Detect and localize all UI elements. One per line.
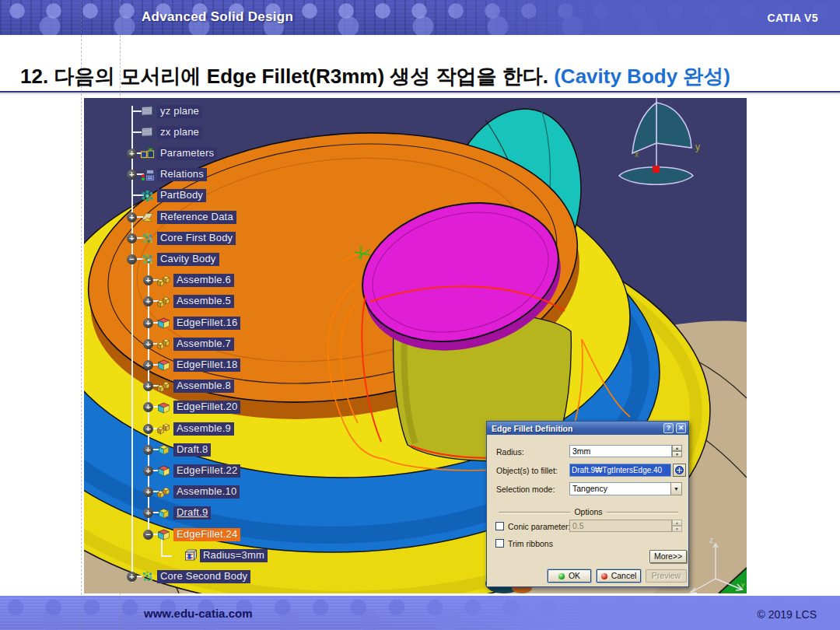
tree-item-core-first-body[interactable]: +Core First Body <box>127 231 236 246</box>
title-rule-light <box>0 93 840 94</box>
assemble-icon <box>156 380 171 393</box>
expand-icon[interactable]: + <box>127 212 137 222</box>
radius-input[interactable]: 3mm <box>569 445 672 457</box>
conic-label: Conic parameter: <box>508 522 571 531</box>
triad-y-label: y <box>741 581 744 588</box>
tree-item-label[interactable]: Assemble.6 <box>173 274 234 287</box>
expand-icon[interactable]: + <box>143 424 153 434</box>
tree-item-assemble-7[interactable]: +Assemble.7 <box>143 337 234 352</box>
tree-item-label[interactable]: EdgeFillet.22 <box>173 464 240 478</box>
tree-item-label[interactable]: Assemble.5 <box>173 295 234 308</box>
conic-checkbox[interactable] <box>495 522 504 530</box>
chevron-down-icon[interactable]: ▼ <box>670 482 682 495</box>
ok-button[interactable]: OK <box>548 569 591 583</box>
radius-label: Radius: <box>496 447 524 457</box>
fillet-icon <box>156 464 171 477</box>
expand-icon[interactable]: + <box>143 318 153 328</box>
website-link[interactable]: www.edu-catia.com <box>144 607 252 620</box>
tree-item-edgefillet-22[interactable]: +EdgeFillet.22 <box>143 464 240 478</box>
expand-icon[interactable]: + <box>143 360 153 370</box>
expand-icon[interactable]: + <box>143 402 153 412</box>
tree-item-draft-9[interactable]: +Draft.9 <box>143 506 211 520</box>
help-button[interactable]: ? <box>663 423 674 433</box>
plane-icon <box>140 105 155 117</box>
radius-spinner[interactable]: ▲▼ <box>672 445 682 457</box>
expand-icon[interactable]: + <box>143 339 153 349</box>
tree-item-core-second-body[interactable]: +Core Second Body <box>127 569 250 584</box>
dialog-titlebar[interactable]: Edge Fillet Definition ? ✕ <box>487 422 688 435</box>
tree-item-label[interactable]: EdgeFillet.16 <box>173 317 240 330</box>
tree-item-label[interactable]: EdgeFillet.24 <box>173 528 240 541</box>
tree-item-relations[interactable]: +Relations <box>127 167 207 182</box>
tree-item-edgefillet-24[interactable]: −EdgeFillet.24 <box>143 527 240 542</box>
assemble-icon <box>156 275 171 287</box>
edge-fillet-dialog[interactable]: Edge Fillet Definition ? ✕ Radius: 3mm ▲… <box>486 421 689 587</box>
options-label: Options <box>574 507 602 516</box>
tree-item-parameters[interactable]: +Parameters <box>127 146 217 161</box>
tree-item-label[interactable]: zx plane <box>157 126 202 139</box>
tree-item-zx-plane[interactable]: zx plane <box>127 125 202 140</box>
tree-item-label[interactable]: Assemble.10 <box>173 485 240 499</box>
tree-item-label[interactable]: Draft.9 <box>173 506 211 520</box>
expand-icon[interactable]: + <box>143 445 153 455</box>
expand-icon[interactable]: + <box>127 149 137 159</box>
draft-icon <box>156 507 171 520</box>
tree-item-edgefillet-18[interactable]: +EdgeFillet.18 <box>143 358 240 373</box>
refdata-icon <box>140 211 155 223</box>
tree-item-assemble-5[interactable]: +Assemble.5 <box>143 294 234 309</box>
expand-icon[interactable]: + <box>143 466 153 476</box>
compass-y-label: y <box>695 142 700 152</box>
tree-item-edgefillet-20[interactable]: +EdgeFillet.20 <box>143 400 240 415</box>
expand-icon[interactable]: + <box>143 275 153 285</box>
tree-item-label[interactable]: Core First Body <box>157 232 236 245</box>
tree-item-assemble-6[interactable]: +Assemble.6 <box>143 273 234 288</box>
expand-icon[interactable]: + <box>143 508 153 518</box>
expand-icon[interactable]: + <box>127 572 137 582</box>
tree-item-assemble-9[interactable]: +Assemble.9 <box>143 422 234 436</box>
more-button[interactable]: More>> <box>649 550 687 563</box>
tree-item-label[interactable]: Assemble.9 <box>173 422 234 436</box>
tree-item-partbody[interactable]: PartBody <box>127 188 206 203</box>
tree-item-label[interactable]: Core Second Body <box>157 570 250 583</box>
tree-item-draft-8[interactable]: +Draft.8 <box>143 443 211 457</box>
tree-item-edgefillet-16[interactable]: +EdgeFillet.16 <box>143 316 240 331</box>
tree-item-assemble-10[interactable]: +Assemble.10 <box>143 485 240 499</box>
expand-icon[interactable]: + <box>127 170 137 180</box>
compass-origin[interactable] <box>653 166 660 173</box>
catia-viewport[interactable]: z x y y x yz planezx plane+Parameters+Re… <box>84 98 747 593</box>
tree-item-label[interactable]: EdgeFillet.20 <box>173 401 240 414</box>
tree-item-label[interactable]: Assemble.8 <box>173 380 234 393</box>
expand-icon[interactable]: + <box>127 233 137 243</box>
object-input[interactable]: Draft.9₩TgtIntersEdge.40 <box>569 464 671 477</box>
tree-item-label[interactable]: EdgeFillet.18 <box>173 359 240 372</box>
tree-item-label[interactable]: Draft.8 <box>173 443 211 457</box>
expand-icon[interactable]: + <box>143 487 153 497</box>
course-title: Advanced Solid Design <box>142 9 293 25</box>
tree-item-label[interactable]: Cavity Body <box>157 253 219 266</box>
cancel-button[interactable]: Cancel <box>597 569 641 583</box>
expand-icon[interactable]: + <box>143 296 153 306</box>
tree-item-label[interactable]: Reference Data <box>157 211 236 224</box>
tree-item-yz-plane[interactable]: yz plane <box>127 104 202 119</box>
tree-item-assemble-8[interactable]: +Assemble.8 <box>143 379 234 394</box>
conic-spinner: ▲▼ <box>672 520 682 532</box>
draft-icon <box>156 443 171 456</box>
tree-item-label[interactable]: Radius=3mm <box>200 549 268 562</box>
tree-item-label[interactable]: PartBody <box>157 189 206 202</box>
tree-item-reference-data[interactable]: +Reference Data <box>127 210 236 225</box>
tree-item-label[interactable]: Parameters <box>157 147 217 160</box>
close-button[interactable]: ✕ <box>676 423 686 433</box>
tree-item-cavity-body[interactable]: −Cavity Body <box>127 252 219 267</box>
feature-tree[interactable]: yz planezx plane+Parameters+RelationsPar… <box>84 98 411 593</box>
tree-item-radius-3mm[interactable]: Radius=3mm <box>170 548 268 563</box>
slide-guide-left <box>81 0 82 630</box>
tree-item-label[interactable]: yz plane <box>157 105 202 118</box>
tree-item-label[interactable]: Assemble.7 <box>173 338 234 351</box>
expand-icon[interactable]: + <box>143 381 153 391</box>
multi-select-icon[interactable] <box>673 464 686 477</box>
trim-ribbons-checkbox[interactable] <box>495 539 504 548</box>
selection-mode-select[interactable]: Tangency <box>569 482 682 495</box>
collapse-icon[interactable]: − <box>143 530 153 540</box>
collapse-icon[interactable]: − <box>127 254 137 264</box>
tree-item-label[interactable]: Relations <box>157 168 207 181</box>
